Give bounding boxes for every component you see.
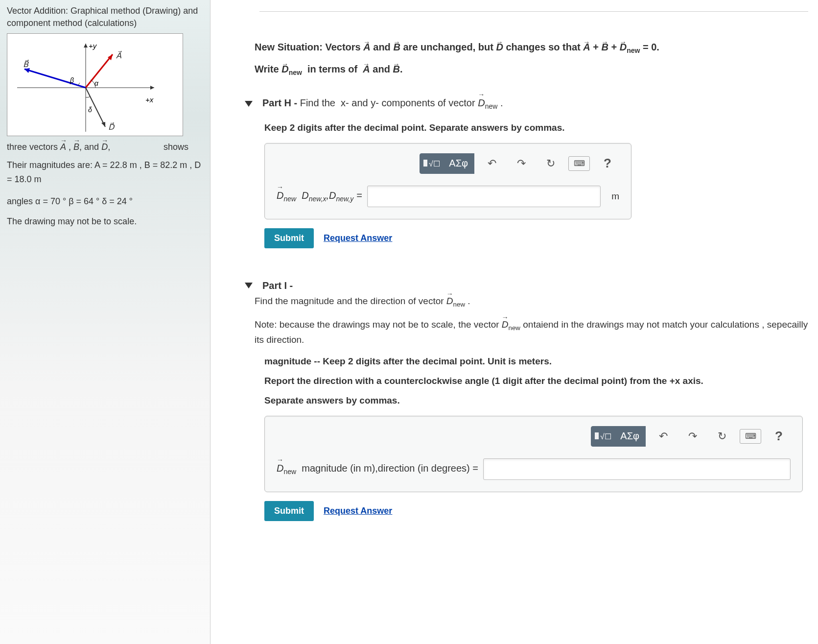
part-h-unit: m bbox=[611, 191, 619, 202]
label-plus-y: +y bbox=[89, 42, 97, 50]
svg-marker-3 bbox=[84, 44, 88, 48]
greek-tool-button[interactable]: ΑΣφ bbox=[614, 426, 646, 447]
reset-icon[interactable]: ↻ bbox=[710, 426, 734, 447]
part-i-answer-box: √☐ ΑΣφ ↶ ↷ ↻ ⌨ ? Dnew magnitude (in m),d… bbox=[264, 416, 803, 492]
reset-icon[interactable]: ↻ bbox=[539, 153, 562, 174]
redo-icon[interactable]: ↷ bbox=[510, 153, 533, 174]
part-i-instr1: magnitude -- Keep 2 digits after the dec… bbox=[264, 356, 818, 367]
label-B: B⃗ bbox=[23, 59, 29, 69]
undo-icon[interactable]: ↶ bbox=[480, 153, 504, 174]
svg-line-4 bbox=[86, 54, 113, 88]
right-panel: New Situation: Vectors A and B are uncha… bbox=[210, 0, 818, 644]
magnitudes-line: Their magnitudes are: A = 22.8 m , B = 8… bbox=[7, 158, 203, 187]
part-h-header: Part H - Find the x- and y- components o… bbox=[245, 97, 818, 110]
redo-icon[interactable]: ↷ bbox=[681, 426, 704, 447]
label-alpha: α bbox=[94, 79, 99, 87]
part-i-note: Note: because the drawings may not be to… bbox=[255, 318, 818, 347]
keyboard-icon[interactable]: ⌨ bbox=[568, 156, 590, 171]
greek-tool-button[interactable]: ΑΣφ bbox=[443, 153, 474, 174]
diagram-svg: +y +x A⃗ B⃗ D⃗ α β δ bbox=[7, 34, 184, 137]
part-i-header: Part I - bbox=[245, 280, 818, 291]
label-beta: β bbox=[70, 76, 74, 84]
help-icon[interactable]: ? bbox=[767, 426, 791, 447]
submit-button-h[interactable]: Submit bbox=[264, 228, 314, 248]
toolbar-i: √☐ ΑΣφ ↶ ↷ ↻ ⌨ ? bbox=[277, 426, 791, 447]
toolbar-h: √☐ ΑΣφ ↶ ↷ ↻ ⌨ ? bbox=[277, 153, 619, 174]
label-D: D⃗ bbox=[108, 122, 115, 131]
collapse-caret-icon[interactable] bbox=[245, 283, 253, 288]
svg-marker-2 bbox=[150, 86, 154, 90]
situation-block: New Situation: Vectors A and B are uncha… bbox=[255, 36, 818, 80]
part-h-instruction: Keep 2 digits after the decimal point. S… bbox=[264, 122, 818, 133]
label-plus-x: +x bbox=[145, 95, 154, 104]
scale-note: The drawing may not be to scale. bbox=[7, 215, 203, 229]
svg-text:√☐: √☐ bbox=[600, 432, 611, 441]
angles-line: angles α = 70 ° β = 64 ° δ = 24 ° bbox=[7, 194, 203, 209]
svg-rect-10 bbox=[423, 160, 427, 167]
keyboard-icon[interactable]: ⌨ bbox=[740, 429, 761, 444]
top-bar bbox=[259, 0, 808, 12]
svg-line-6 bbox=[24, 69, 86, 88]
label-delta: δ bbox=[88, 106, 92, 114]
svg-rect-12 bbox=[595, 432, 599, 439]
left-panel: Vector Addition: Graphical method (Drawi… bbox=[0, 0, 210, 644]
part-h-answer-box: √☐ ΑΣφ ↶ ↷ ↻ ⌨ ? Dnew Dnew,x,Dnew,y = m bbox=[264, 143, 631, 219]
part-i-instr2: Report the direction with a counterclock… bbox=[264, 376, 818, 386]
sqrt-tool-button[interactable]: √☐ bbox=[420, 153, 443, 174]
part-h-input-label: Dnew Dnew,x,Dnew,y = bbox=[277, 190, 362, 203]
svg-marker-9 bbox=[101, 122, 105, 127]
situation-line1: New Situation: Vectors A and B are uncha… bbox=[255, 36, 818, 58]
svg-text:√☐: √☐ bbox=[429, 160, 440, 168]
undo-icon[interactable]: ↶ bbox=[652, 426, 675, 447]
sqrt-tool-button[interactable]: √☐ bbox=[591, 426, 614, 447]
problem-title: Vector Addition: Graphical method (Drawi… bbox=[7, 5, 203, 29]
part-i-desc: Find the magnitude and the direction of … bbox=[255, 294, 818, 310]
request-answer-link-i[interactable]: Request Answer bbox=[324, 506, 392, 516]
submit-button-i[interactable]: Submit bbox=[264, 501, 314, 521]
request-answer-link-h[interactable]: Request Answer bbox=[324, 233, 392, 243]
collapse-caret-icon[interactable] bbox=[245, 101, 253, 107]
part-h-answer-input[interactable] bbox=[367, 186, 601, 207]
label-A: A⃗ bbox=[116, 50, 122, 60]
part-i-input-label: Dnew magnitude (in m),direction (in degr… bbox=[277, 463, 478, 476]
situation-line2: Write Dnew in terms of A and B. bbox=[255, 58, 818, 80]
part-i-instr3: Separate answers by commas. bbox=[264, 395, 818, 406]
part-i-answer-input[interactable] bbox=[483, 458, 791, 480]
vector-diagram: +y +x A⃗ B⃗ D⃗ α β δ bbox=[7, 33, 183, 136]
help-icon[interactable]: ? bbox=[596, 153, 619, 174]
